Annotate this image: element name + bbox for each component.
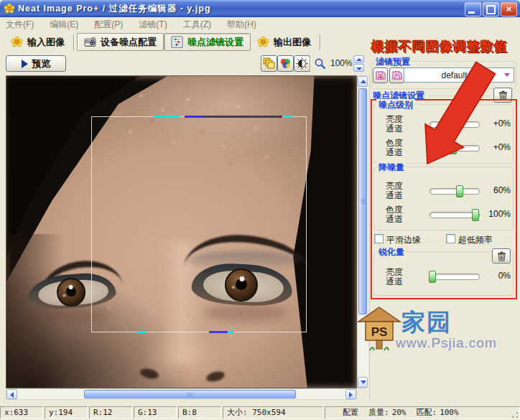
tab-separator [320, 34, 321, 50]
slider-thumb[interactable] [456, 185, 463, 197]
smooth-edges-label: 平滑边缘 [386, 234, 421, 246]
maximize-button[interactable] [483, 2, 499, 17]
play-icon [22, 60, 28, 68]
sharpen-slider[interactable] [430, 274, 480, 280]
selection-rectangle[interactable] [91, 116, 307, 332]
resize-grip[interactable] [511, 411, 519, 419]
zoom-in-button[interactable] [353, 55, 364, 63]
save-preset-icon [392, 70, 402, 80]
flower-icon [11, 36, 23, 48]
camera-icon [84, 36, 96, 48]
luminance-reduction-slider[interactable] [430, 188, 480, 195]
load-preset-button[interactable] [373, 67, 388, 83]
filter-settings-panel: 根据不同图像调整数值 滤镜预置 default 噪点滤镜设置 [370, 32, 520, 404]
artifact-line [185, 116, 203, 118]
scroll-right-button[interactable] [345, 389, 356, 399]
cascade-views-button[interactable] [261, 55, 277, 72]
zoom-out-button[interactable] [353, 64, 364, 72]
reset-sharpen-button[interactable] [492, 248, 511, 263]
title-bar[interactable]: Neat Image Pro+ / 过滤任务编辑器 - y.jpg × [0, 0, 520, 17]
menu-tools[interactable]: 工具(Z) [183, 19, 211, 31]
horizontal-scroll-thumb[interactable] [84, 390, 296, 398]
watermark-url[interactable]: www.Psjia.com [396, 335, 497, 351]
tab-noise-filter-settings[interactable]: 噪点滤镜设置 [164, 33, 251, 51]
cascade-windows-icon [263, 57, 275, 70]
status-quality-label: 质量: [368, 407, 389, 418]
status-profile-label: 配置 [343, 407, 358, 418]
slider-value: +0% [483, 142, 511, 152]
tab-separator [73, 34, 75, 50]
contrast-icon [296, 57, 308, 70]
ultra-low-freq-label: 超低频率 [458, 234, 493, 246]
watermark-site-name: 家园 [401, 307, 452, 339]
slider-thumb[interactable] [429, 271, 436, 283]
zoom-spinner [353, 55, 364, 72]
window-title: Neat Image Pro+ / 过滤任务编辑器 - y.jpg [18, 3, 211, 15]
horizontal-scrollbar[interactable] [6, 388, 357, 400]
menu-filter[interactable]: 滤镜(T) [139, 19, 167, 31]
channel-label: 亮度通道 [386, 182, 406, 200]
svg-text:PS: PS [371, 325, 388, 339]
image-preview[interactable] [6, 75, 357, 388]
annotation-text: 根据不同图像调整数值 [371, 38, 519, 55]
menu-profile[interactable]: 配置(P) [94, 19, 123, 31]
smooth-edges-checkbox[interactable] [374, 234, 384, 243]
minimize-button[interactable] [465, 2, 481, 17]
menu-file[interactable]: 文件(F) [6, 19, 34, 31]
brightness-view-button[interactable] [294, 55, 310, 72]
toolbar-separator [310, 55, 311, 72]
channel-label: 亮度通道 [386, 115, 406, 134]
close-icon: × [501, 3, 516, 16]
status-quality-value: 20% [392, 408, 407, 417]
tab-output-label: 输出图像 [274, 36, 311, 49]
status-match-label: 匹配: [417, 407, 437, 418]
tab-output-image[interactable]: 输出图像 [251, 34, 317, 50]
app-window: Neat Image Pro+ / 过滤任务编辑器 - y.jpg × 文件(F… [0, 0, 520, 420]
slider-thumb[interactable] [450, 142, 457, 154]
preset-value: default [404, 70, 504, 80]
close-button[interactable]: × [501, 2, 517, 17]
menu-help[interactable]: 帮助(H) [227, 19, 256, 31]
slider-thumb[interactable] [472, 209, 479, 221]
save-preset-button[interactable] [389, 67, 404, 83]
artifact-line [284, 116, 292, 118]
artifact-line [137, 331, 146, 333]
scroll-down-button[interactable] [358, 377, 368, 388]
slider-value: +0% [483, 118, 511, 129]
luminance-noise-level-slider[interactable] [430, 121, 480, 128]
artifact-line [209, 331, 228, 333]
load-preset-icon [376, 70, 386, 80]
chrominance-noise-level-slider[interactable] [430, 145, 480, 151]
menu-edit[interactable]: 编辑(E) [50, 19, 78, 31]
channel-label: 色度通道 [386, 139, 406, 157]
noise-reduction-label: 降噪量 [376, 162, 407, 174]
magnifier-icon [314, 57, 327, 70]
menu-bar: 文件(F) 编辑(E) 配置(P) 滤镜(T) 工具(Z) 帮助(H) [0, 17, 520, 33]
slider-value: 60% [483, 185, 511, 195]
preset-group-label: 滤镜预置 [373, 56, 412, 68]
status-g: G:13 [134, 406, 177, 419]
preset-dropdown[interactable]: default [404, 67, 514, 83]
watermark-house-icon: PS [357, 306, 401, 353]
scroll-left-button[interactable] [6, 389, 17, 399]
vertical-scroll-thumb[interactable] [358, 88, 367, 314]
scroll-up-button[interactable] [358, 76, 368, 87]
minimize-icon [468, 11, 475, 14]
channel-view-button[interactable] [277, 55, 294, 72]
ultra-low-freq-checkbox[interactable] [446, 234, 455, 243]
tab-input-image[interactable]: 输入图像 [4, 34, 71, 50]
slider-thumb[interactable] [450, 118, 457, 131]
status-y: y:194 [45, 406, 88, 419]
tab-device-noise-profile[interactable]: 设备噪点配置 [77, 33, 164, 51]
status-r: R:12 [89, 406, 132, 419]
tab-input-label: 输入图像 [27, 36, 65, 49]
artifact-line [203, 116, 282, 118]
preview-button[interactable]: 预览 [6, 55, 66, 72]
status-x: x:633 [0, 406, 43, 419]
chevron-down-icon [504, 73, 510, 77]
chrominance-reduction-slider[interactable] [430, 212, 480, 218]
status-b: B:8 [178, 406, 221, 419]
status-size: 大小: 750x594 [223, 406, 323, 419]
noise-level-label: 噪点级别 [376, 99, 415, 111]
artifact-line [228, 331, 234, 333]
